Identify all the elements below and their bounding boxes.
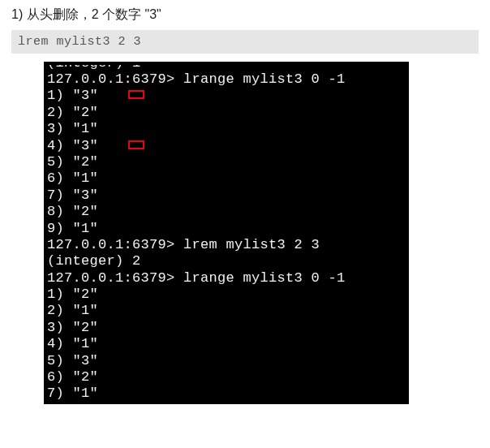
terminal-line: 127.0.0.1:6379> lrange mylist3 0 -1: [47, 71, 406, 88]
terminal-line: 2) "1": [47, 303, 406, 319]
terminal-line: 7) "1": [47, 386, 406, 402]
terminal-line: 1) "2": [47, 286, 406, 303]
highlight-box: [128, 90, 144, 99]
terminal-container: (integer) 1127.0.0.1:6379> lrange mylist…: [11, 62, 479, 404]
terminal-line: 3) "2": [47, 320, 406, 336]
terminal-line: 127.0.0.1:6379> lrem mylist3 2 3: [47, 237, 406, 253]
terminal-line: 2) "2": [47, 105, 406, 121]
terminal-line: 6) "2": [47, 369, 406, 386]
section-heading: 1) 从头删除，2 个数字 "3": [11, 6, 479, 24]
terminal-line: (integer) 2: [47, 253, 406, 269]
terminal-line: 4) "1": [47, 336, 406, 352]
highlight-box: [128, 140, 144, 149]
terminal-line: 5) "3": [47, 353, 406, 369]
terminal-line-cropped: (integer) 1: [47, 65, 406, 71]
terminal-line: 3) "1": [47, 121, 406, 137]
code-snippet: lrem mylist3 2 3: [11, 30, 479, 54]
terminal-line: 5) "2": [47, 154, 406, 170]
terminal-output: (integer) 1127.0.0.1:6379> lrange mylist…: [44, 62, 409, 404]
terminal-line: 1) "3": [47, 88, 406, 104]
terminal-line: 9) "1": [47, 221, 406, 237]
terminal-line: 6) "1": [47, 170, 406, 187]
terminal-line: 7) "3": [47, 187, 406, 204]
terminal-line: 127.0.0.1:6379> lrange mylist3 0 -1: [47, 270, 406, 286]
terminal-line: 8) "2": [47, 204, 406, 220]
terminal-line: 4) "3": [47, 138, 406, 154]
